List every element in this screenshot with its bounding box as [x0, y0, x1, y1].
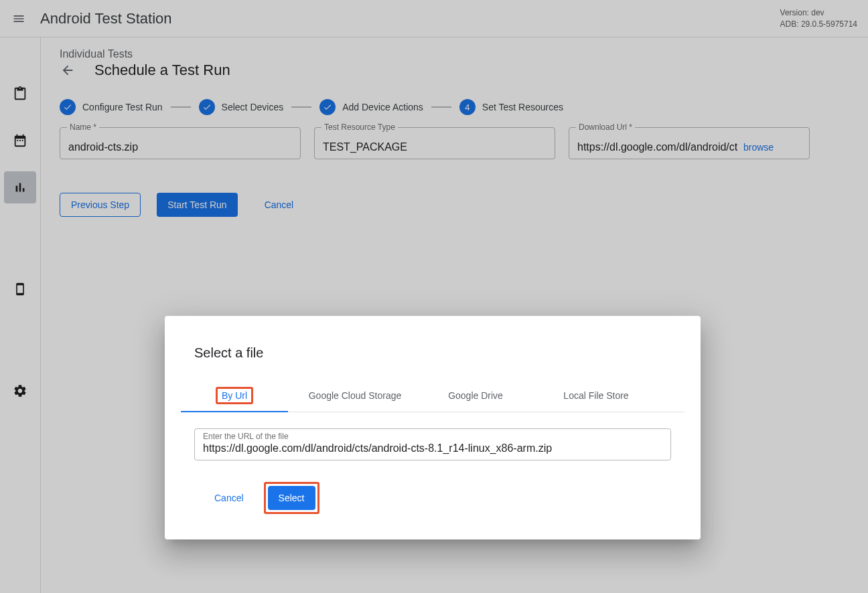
dialog-title: Select a file: [194, 345, 671, 361]
tab-local[interactable]: Local File Store: [529, 379, 663, 412]
tab-by-url[interactable]: By Url: [181, 379, 288, 412]
dialog-select-button[interactable]: Select: [268, 486, 315, 510]
field-label: Enter the URL of the file: [203, 432, 289, 441]
dialog-url-input[interactable]: [203, 442, 662, 454]
tab-gcs[interactable]: Google Cloud Storage: [288, 379, 422, 412]
dialog-tabs: By Url Google Cloud Storage Google Drive…: [181, 379, 684, 412]
dialog-url-field[interactable]: Enter the URL of the file: [194, 428, 671, 460]
highlight-box: Select: [264, 482, 319, 514]
tab-gdrive[interactable]: Google Drive: [422, 379, 529, 412]
select-file-dialog: Select a file By Url Google Cloud Storag…: [165, 316, 701, 539]
dialog-cancel-button[interactable]: Cancel: [204, 486, 255, 510]
highlight-box: By Url: [216, 387, 253, 404]
